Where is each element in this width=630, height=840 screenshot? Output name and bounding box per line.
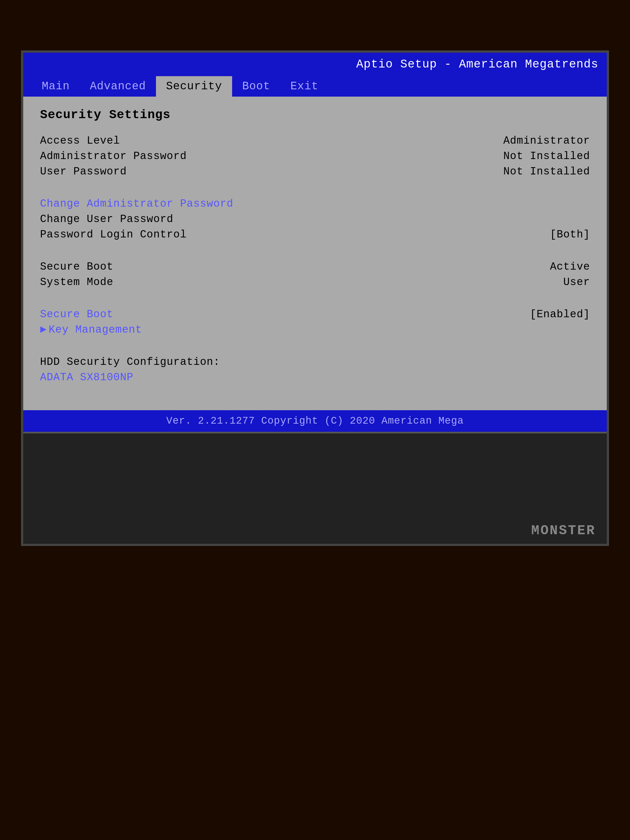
settings-group-boot-security: Secure Boot Active System Mode User xyxy=(40,259,590,290)
access-level-value: Administrator xyxy=(504,135,590,147)
table-row: Secure Boot Active xyxy=(40,259,590,275)
footer-text: Ver. 2.21.1277 Copyright (C) 2020 Americ… xyxy=(166,415,464,427)
access-level-label: Access Level xyxy=(40,135,120,147)
table-row[interactable]: Secure Boot [Enabled] xyxy=(40,306,590,322)
change-admin-password-label: Change Administrator Password xyxy=(40,198,233,210)
content-area: Security Settings Access Level Administr… xyxy=(23,96,607,410)
table-row: User Password Not Installed xyxy=(40,164,590,179)
brand-logo: MONSTER xyxy=(531,523,595,538)
settings-group-info: Access Level Administrator Administrator… xyxy=(40,133,590,179)
table-row: System Mode User xyxy=(40,275,590,290)
system-mode-label: System Mode xyxy=(40,276,114,288)
table-row[interactable]: Password Login Control [Both] xyxy=(40,227,590,242)
tab-security[interactable]: Security xyxy=(156,76,232,96)
section-title: Security Settings xyxy=(40,108,590,122)
settings-group-secure-links: Secure Boot [Enabled] ► Key Management xyxy=(40,306,590,337)
key-management-label: Key Management xyxy=(49,324,142,336)
table-row[interactable]: ADATA SX8100NP xyxy=(40,369,590,385)
bios-screen: Aptio Setup - American Megatrends Main A… xyxy=(23,53,607,432)
settings-group-password: Change Administrator Password Change Use… xyxy=(40,196,590,242)
admin-password-value: Not Installed xyxy=(504,150,590,162)
laptop-bottom: MONSTER xyxy=(23,432,607,544)
secure-boot-status-label: Secure Boot xyxy=(40,261,114,273)
tab-exit[interactable]: Exit xyxy=(280,76,328,96)
tab-boot[interactable]: Boot xyxy=(232,76,280,96)
secure-boot-link-label: Secure Boot xyxy=(40,308,114,321)
arrow-icon: ► xyxy=(40,324,46,336)
settings-group-hdd: HDD Security Configuration: ADATA SX8100… xyxy=(40,354,590,385)
user-password-label: User Password xyxy=(40,166,126,177)
key-management-row[interactable]: ► Key Management xyxy=(40,322,590,337)
tab-advanced[interactable]: Advanced xyxy=(80,76,156,96)
hdd-security-label: HDD Security Configuration: xyxy=(40,356,220,368)
password-login-control-label: Password Login Control xyxy=(40,229,187,240)
nav-bar: Main Advanced Security Boot Exit xyxy=(23,76,607,96)
admin-password-label: Administrator Password xyxy=(40,150,187,162)
adata-label: ADATA SX8100NP xyxy=(40,371,133,383)
footer-bar: Ver. 2.21.1277 Copyright (C) 2020 Americ… xyxy=(23,410,607,432)
table-row[interactable]: Change User Password xyxy=(40,212,590,227)
table-row: Access Level Administrator xyxy=(40,133,590,148)
secure-boot-status-value: Active xyxy=(550,261,590,273)
change-user-password-label: Change User Password xyxy=(40,213,173,225)
user-password-value: Not Installed xyxy=(504,166,590,177)
screen-wrapper: Aptio Setup - American Megatrends Main A… xyxy=(21,51,609,546)
table-row: Administrator Password Not Installed xyxy=(40,148,590,164)
table-row[interactable]: Change Administrator Password xyxy=(40,196,590,212)
tab-main[interactable]: Main xyxy=(32,76,80,96)
title-bar: Aptio Setup - American Megatrends xyxy=(23,53,607,76)
title-text: Aptio Setup - American Megatrends xyxy=(356,58,598,71)
secure-boot-link-value: [Enabled] xyxy=(530,308,590,321)
system-mode-value: User xyxy=(564,276,590,288)
table-row: HDD Security Configuration: xyxy=(40,354,590,369)
password-login-control-value: [Both] xyxy=(550,229,590,240)
